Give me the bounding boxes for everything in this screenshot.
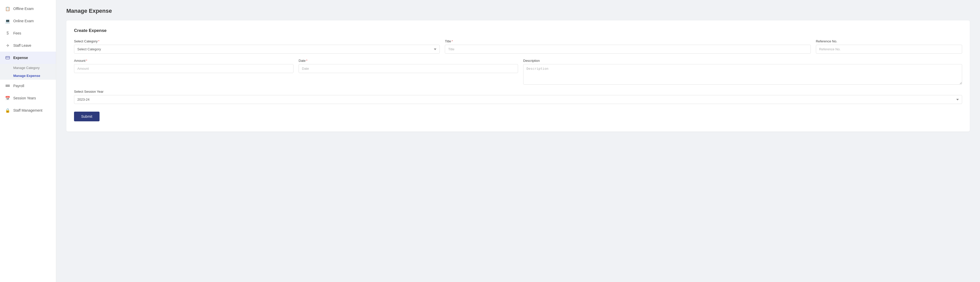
expense-submenu: Manage Category Manage Expense: [0, 64, 56, 80]
sidebar-item-staff-leave[interactable]: ✈ Staff Leave: [0, 39, 56, 52]
sidebar-section-expense: Expense Manage Category Manage Expense: [0, 52, 56, 80]
description-textarea[interactable]: [523, 64, 962, 84]
session-year-dropdown[interactable]: 2023-24 2022-23 2021-22: [74, 95, 962, 104]
sidebar-item-session-years[interactable]: 📅 Session Years: [0, 92, 56, 104]
sidebar-item-fees[interactable]: $ Fees: [0, 27, 56, 39]
description-label: Description: [523, 59, 962, 62]
sidebar-item-payroll[interactable]: Payroll: [0, 80, 56, 92]
amount-label: Amount*: [74, 59, 293, 62]
form-group-title: Title*: [445, 39, 811, 54]
date-input[interactable]: [299, 64, 518, 73]
session-years-icon: 📅: [5, 96, 10, 100]
sidebar-item-label: Payroll: [13, 84, 24, 88]
sidebar-sub-item-manage-expense[interactable]: Manage Expense: [13, 72, 56, 80]
sidebar-item-label: Session Years: [13, 96, 36, 100]
fees-icon: $: [5, 31, 10, 36]
staff-leave-icon: ✈: [5, 43, 10, 48]
session-year-label: Select Session Year: [74, 90, 962, 94]
submit-button[interactable]: Submit: [74, 112, 100, 121]
title-input[interactable]: [445, 45, 811, 54]
staff-management-icon: 🔒: [5, 108, 10, 113]
form-group-amount: Amount*: [74, 59, 293, 73]
payroll-icon: [5, 83, 10, 88]
date-label: Date*: [299, 59, 518, 62]
form-group-reference: Reference No.: [816, 39, 962, 54]
title-label: Title*: [445, 39, 811, 43]
sidebar-item-label: Expense: [13, 56, 28, 60]
category-label: Select Category*: [74, 39, 440, 43]
card-title: Create Expense: [74, 28, 962, 33]
form-group-session-year: Select Session Year 2023-24 2022-23 2021…: [74, 90, 962, 104]
sidebar-item-label: Fees: [13, 31, 21, 35]
sidebar-item-label: Online Exam: [13, 19, 34, 23]
form-row-1: Select Category* Select Category Title* …: [74, 39, 962, 54]
svg-rect-0: [6, 56, 10, 59]
sidebar-item-label: Staff Leave: [13, 43, 32, 48]
sidebar-sub-item-manage-category[interactable]: Manage Category: [13, 64, 56, 72]
create-expense-card: Create Expense Select Category* Select C…: [66, 21, 970, 132]
amount-input[interactable]: [74, 64, 293, 73]
svg-rect-2: [6, 85, 10, 85]
sidebar-item-label: Offline Exam: [13, 6, 34, 11]
reference-no-input[interactable]: [816, 45, 962, 54]
sidebar-item-label: Staff Management: [13, 108, 42, 112]
main-content: Manage Expense Create Expense Select Cat…: [56, 0, 980, 282]
expense-icon: [5, 55, 10, 60]
page-title: Manage Expense: [66, 8, 970, 14]
sidebar: 📋 Offline Exam 💻 Online Exam $ Fees ✈ St…: [0, 0, 56, 282]
sidebar-item-online-exam[interactable]: 💻 Online Exam: [0, 15, 56, 27]
form-group-description: Description: [523, 59, 962, 84]
form-row-2: Amount* Date* Description: [74, 59, 962, 84]
select-category-dropdown[interactable]: Select Category: [74, 45, 440, 54]
online-exam-icon: 💻: [5, 18, 10, 24]
sidebar-item-staff-management[interactable]: 🔒 Staff Management: [0, 104, 56, 116]
form-group-category: Select Category* Select Category: [74, 39, 440, 54]
form-row-3: Select Session Year 2023-24 2022-23 2021…: [74, 90, 962, 104]
svg-rect-3: [6, 86, 10, 87]
offline-exam-icon: 📋: [5, 6, 10, 11]
sidebar-item-offline-exam[interactable]: 📋 Offline Exam: [0, 3, 56, 15]
sidebar-item-expense[interactable]: Expense: [0, 52, 56, 64]
form-group-date: Date*: [299, 59, 518, 73]
reference-label: Reference No.: [816, 39, 962, 43]
